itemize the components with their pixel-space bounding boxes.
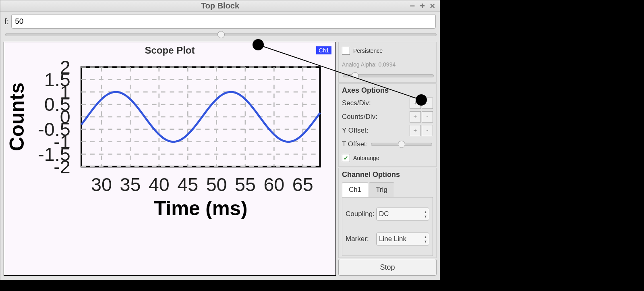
window-title: Top Block <box>201 1 239 10</box>
channel-options-header: Channel Options <box>342 170 433 181</box>
analog-alpha-value: 0.0994 <box>378 61 396 68</box>
svg-text:65: 65 <box>292 174 313 195</box>
secs-div-minus-button[interactable]: - <box>422 98 433 109</box>
svg-text:40: 40 <box>149 174 170 195</box>
marker-value: Line Link <box>379 235 406 243</box>
close-icon[interactable]: × <box>430 1 435 11</box>
maximize-icon[interactable]: + <box>420 1 425 11</box>
svg-text:50: 50 <box>206 174 227 195</box>
spinner-icon: ▴▾ <box>425 235 427 243</box>
svg-text:2: 2 <box>60 57 70 78</box>
svg-text:35: 35 <box>120 174 141 195</box>
spinner-icon: ▴▾ <box>425 210 427 218</box>
svg-text:30: 30 <box>91 174 112 195</box>
plot-title: Scope Plot <box>4 42 335 56</box>
frequency-slider-row <box>0 29 440 40</box>
frequency-input[interactable] <box>11 14 436 29</box>
marker-label: Marker: <box>346 235 376 243</box>
scope-plot[interactable]: 3035404550556065-2-1.5-1-0.500.511.52Tim… <box>4 56 335 222</box>
secs-div-label: Secs/Div: <box>342 99 409 107</box>
y-offset-label: Y Offset: <box>342 127 409 135</box>
content-area: Scope Plot Ch1 3035404550556065-2-1.5-1-… <box>4 42 437 276</box>
persistence-group: Persistence Analog Alpha: 0.0994 <box>338 42 437 83</box>
marker-select[interactable]: Line Link ▴▾ <box>376 233 429 245</box>
tab-ch1[interactable]: Ch1 <box>342 182 368 197</box>
coupling-value: DC <box>379 210 389 218</box>
persistence-label: Persistence <box>353 48 383 54</box>
svg-text:60: 60 <box>263 174 284 195</box>
analog-alpha-row: Analog Alpha: 0.0994 <box>342 58 433 71</box>
secs-div-plus-button[interactable]: + <box>410 98 421 109</box>
counts-div-label: Counts/Div: <box>342 113 409 121</box>
app-window: Top Block − + × f: Scope Plot Ch1 303540… <box>0 0 440 280</box>
y-offset-plus-button[interactable]: + <box>410 125 421 136</box>
counts-div-plus-button[interactable]: + <box>410 111 421 123</box>
persistence-checkbox[interactable]: Persistence <box>342 47 383 55</box>
coupling-select[interactable]: DC ▴▾ <box>376 208 429 220</box>
window-controls: − + × <box>405 0 440 11</box>
minimize-icon[interactable]: − <box>410 1 415 11</box>
svg-text:Counts: Counts <box>6 83 28 151</box>
tab-body-ch1: Coupling: DC ▴▾ Marker: Line Link ▴▾ <box>342 197 433 256</box>
analog-alpha-label: Analog Alpha: <box>342 61 377 68</box>
counts-div-minus-button[interactable]: - <box>422 111 433 123</box>
t-offset-slider[interactable] <box>371 141 432 148</box>
channel-tabs: Ch1 Trig <box>342 182 433 197</box>
axes-options-header: Axes Options <box>342 85 433 96</box>
y-offset-minus-button[interactable]: - <box>422 125 433 136</box>
autorange-checkbox[interactable]: Autorange <box>342 154 379 162</box>
t-offset-label: T Offset: <box>342 140 370 148</box>
plot-legend: Ch1 <box>316 46 331 54</box>
title-bar: Top Block − + × <box>0 0 440 12</box>
frequency-slider[interactable] <box>5 31 437 38</box>
analog-alpha-slider[interactable] <box>343 72 434 79</box>
frequency-row: f: <box>0 12 440 29</box>
svg-text:45: 45 <box>177 174 198 195</box>
stop-button[interactable]: Stop <box>338 259 437 276</box>
scope-plot-panel: Scope Plot Ch1 3035404550556065-2-1.5-1-… <box>4 42 336 276</box>
svg-text:55: 55 <box>235 174 256 195</box>
frequency-label: f: <box>4 17 9 26</box>
svg-text:Time (ms): Time (ms) <box>154 197 247 219</box>
coupling-label: Coupling: <box>346 210 376 218</box>
tab-trig[interactable]: Trig <box>369 182 394 197</box>
axes-options-group: Axes Options Secs/Div: + - Counts/Div: +… <box>338 83 437 167</box>
side-panel: Persistence Analog Alpha: 0.0994 Axes Op… <box>338 42 437 276</box>
autorange-label: Autorange <box>353 155 379 161</box>
channel-options-group: Channel Options Ch1 Trig Coupling: DC ▴▾… <box>338 168 437 258</box>
